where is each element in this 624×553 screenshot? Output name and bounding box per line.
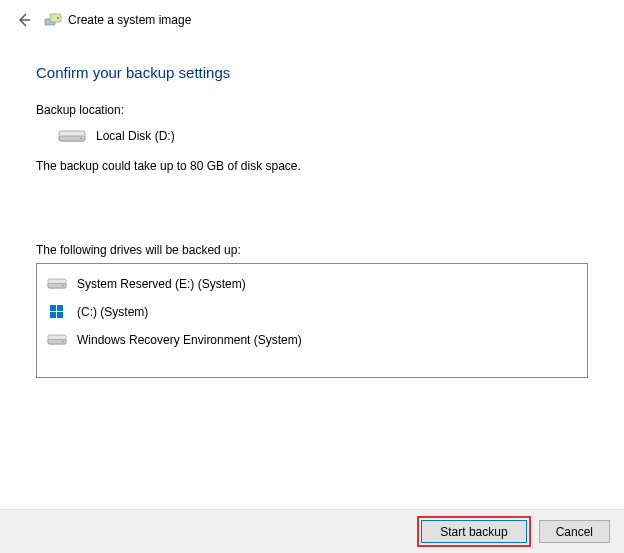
backup-location-label: Backup location: [36, 103, 588, 117]
drive-row: (C:) (System) [37, 298, 587, 326]
svg-point-16 [62, 341, 63, 342]
back-button[interactable] [12, 8, 36, 32]
hard-drive-icon [47, 332, 67, 348]
backup-location-value: Local Disk (D:) [96, 129, 175, 143]
svg-rect-12 [50, 312, 56, 318]
drive-label: (C:) (System) [77, 305, 148, 319]
start-backup-button[interactable]: Start backup [421, 520, 526, 543]
backup-location-row: Local Disk (D:) [58, 127, 588, 145]
footer-bar: Start backup Cancel [0, 509, 624, 553]
svg-rect-11 [57, 305, 63, 311]
page-heading: Confirm your backup settings [36, 64, 588, 81]
window-title: Create a system image [68, 13, 191, 27]
svg-point-9 [62, 285, 63, 286]
system-image-icon [44, 11, 62, 29]
drive-row: Windows Recovery Environment (System) [37, 326, 587, 354]
svg-rect-10 [50, 305, 56, 311]
highlight-box: Start backup [417, 516, 530, 547]
hard-drive-icon [58, 127, 86, 145]
windows-icon [47, 304, 67, 320]
drive-label: Windows Recovery Environment (System) [77, 333, 302, 347]
svg-point-3 [57, 17, 59, 19]
cancel-button[interactable]: Cancel [539, 520, 610, 543]
svg-point-6 [80, 138, 82, 140]
drives-list: System Reserved (E:) (System) (C:) (Syst… [36, 263, 588, 378]
svg-rect-13 [57, 312, 63, 318]
svg-rect-2 [50, 14, 61, 22]
drive-label: System Reserved (E:) (System) [77, 277, 246, 291]
hard-drive-icon [47, 276, 67, 292]
space-note: The backup could take up to 80 GB of dis… [36, 159, 588, 173]
drive-row: System Reserved (E:) (System) [37, 270, 587, 298]
drives-list-label: The following drives will be backed up: [36, 243, 588, 257]
